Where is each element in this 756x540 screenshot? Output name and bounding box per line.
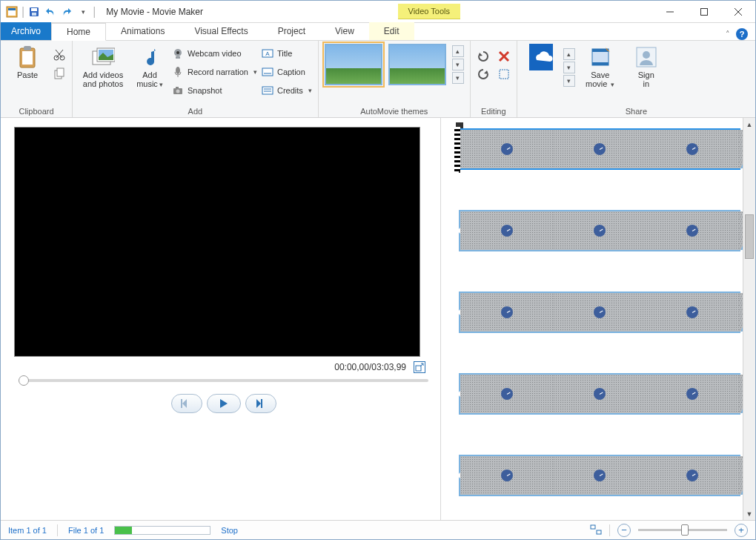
copy-icon[interactable] (53, 67, 66, 83)
title-icon: A (262, 47, 273, 59)
clock-icon (594, 470, 606, 481)
chevron-down-icon: ▾ (611, 81, 614, 88)
clip-row[interactable] (459, 455, 740, 496)
zoom-out-button[interactable]: − (617, 524, 631, 537)
svg-rect-48 (261, 399, 262, 408)
clip-row[interactable] (459, 373, 740, 415)
video-preview[interactable] (14, 127, 420, 357)
window-controls (653, 1, 755, 23)
titlebar: | ▾ | My Movie - Movie Maker Video Tools (1, 1, 755, 23)
paste-button[interactable]: Paste (7, 44, 48, 79)
clock-icon (686, 388, 698, 400)
webcam-button[interactable]: Webcam video (172, 45, 257, 62)
clock-icon (686, 470, 698, 481)
clip-row[interactable] (459, 292, 740, 333)
share-more-button[interactable]: ▾ (563, 75, 575, 87)
group-share: ▴ ▾ ▾ Save movie ▾ Sign in Share (517, 41, 755, 117)
scroll-up-icon[interactable]: ▲ (743, 118, 755, 131)
svg-rect-29 (176, 87, 179, 88)
file-tab[interactable]: Archivo (1, 22, 51, 40)
record-narration-button[interactable]: Record narration▾ (172, 64, 257, 80)
onedrive-icon (529, 45, 553, 69)
minimize-button[interactable] (653, 1, 687, 23)
collapse-ribbon-icon[interactable]: ˄ (726, 30, 730, 39)
play-button[interactable] (207, 394, 241, 413)
svg-rect-32 (262, 68, 273, 76)
theme-thumb-2[interactable] (388, 44, 446, 85)
scroll-thumb[interactable] (745, 214, 754, 259)
clock-icon (686, 225, 698, 237)
svg-rect-18 (57, 68, 64, 76)
app-icon (5, 5, 19, 19)
tab-home[interactable]: Home (51, 23, 106, 41)
app-window: | ▾ | My Movie - Movie Maker Video Tools… (0, 0, 756, 540)
statusbar: Item 1 of 1 File 1 of 1 Stop − + (1, 520, 755, 539)
cut-icon[interactable] (53, 48, 66, 65)
clip-row[interactable] (459, 128, 740, 170)
sign-in-button[interactable]: Sign in (626, 44, 667, 88)
save-icon[interactable] (27, 5, 41, 19)
rotate-left-icon[interactable] (477, 50, 490, 63)
delete-icon[interactable] (497, 50, 511, 63)
scroll-down-icon[interactable]: ▼ (743, 507, 755, 520)
tab-project[interactable]: Project (263, 22, 320, 40)
stop-link[interactable]: Stop (221, 526, 238, 535)
view-switch-icon[interactable] (590, 524, 602, 536)
status-file: File 1 of 1 (68, 526, 104, 535)
svg-rect-49 (591, 525, 595, 529)
clock-icon (686, 143, 698, 155)
group-share-label: Share (523, 105, 749, 116)
caption-button[interactable]: Caption (262, 64, 312, 80)
theme-down-button[interactable]: ▾ (452, 59, 464, 70)
tab-view[interactable]: View (320, 22, 369, 40)
zoom-slider[interactable] (638, 529, 727, 531)
ribbon: Paste Clipboard Add videos and photos Ad… (1, 41, 755, 118)
clip-row[interactable] (459, 210, 740, 251)
add-music-button[interactable]: Add music▾ (132, 44, 168, 88)
group-add-label: Add (79, 105, 312, 116)
window-title: My Movie - Movie Maker (106, 7, 203, 17)
zoom-in-button[interactable]: + (735, 524, 748, 537)
qat-dropdown-icon[interactable]: ▾ (76, 5, 90, 19)
group-add: Add videos and photos Add music▾ Webcam … (73, 41, 319, 117)
onedrive-button[interactable] (523, 44, 559, 69)
tab-edit[interactable]: Edit (369, 22, 414, 40)
tab-animations[interactable]: Animations (106, 22, 179, 40)
seek-bar[interactable] (14, 376, 433, 382)
svg-rect-34 (262, 87, 273, 94)
svg-point-28 (176, 90, 180, 93)
share-down-button[interactable]: ▾ (563, 62, 575, 73)
tab-visual-effects[interactable]: Visual Effects (179, 22, 262, 40)
snapshot-button[interactable]: Snapshot (172, 82, 257, 99)
theme-more-button[interactable]: ▾ (452, 72, 464, 84)
vertical-scrollbar[interactable]: ▲ ▼ (743, 118, 755, 520)
webcam-icon (172, 47, 184, 59)
clock-icon (686, 306, 698, 318)
chevron-down-icon: ▾ (308, 87, 312, 94)
svg-rect-12 (24, 46, 31, 50)
rotate-right-icon[interactable] (477, 68, 490, 81)
undo-icon[interactable] (44, 5, 57, 19)
theme-up-button[interactable]: ▴ (452, 45, 464, 57)
group-automovie: ▴ ▾ ▾ AutoMovie themes (319, 41, 471, 117)
add-videos-button[interactable]: Add videos and photos (79, 44, 127, 88)
theme-thumb-1[interactable] (325, 44, 382, 85)
camera-icon (172, 85, 184, 96)
fullscreen-icon[interactable] (414, 361, 425, 373)
title-button[interactable]: ATitle (262, 45, 312, 62)
share-up-button[interactable]: ▴ (563, 48, 575, 60)
save-movie-button[interactable]: Save movie ▾ (580, 44, 621, 88)
zoom-thumb[interactable] (681, 524, 689, 536)
next-frame-button[interactable] (245, 394, 276, 413)
paste-label: Paste (17, 70, 38, 79)
help-icon[interactable]: ? (736, 28, 748, 40)
seek-thumb[interactable] (19, 375, 29, 386)
prev-frame-button[interactable] (171, 394, 202, 413)
redo-icon[interactable] (60, 5, 73, 19)
maximize-button[interactable] (687, 1, 721, 23)
select-all-icon[interactable] (497, 68, 511, 81)
clock-icon (501, 225, 513, 237)
close-button[interactable] (721, 1, 755, 23)
svg-rect-46 (416, 366, 421, 371)
credits-button[interactable]: Credits▾ (262, 82, 312, 99)
